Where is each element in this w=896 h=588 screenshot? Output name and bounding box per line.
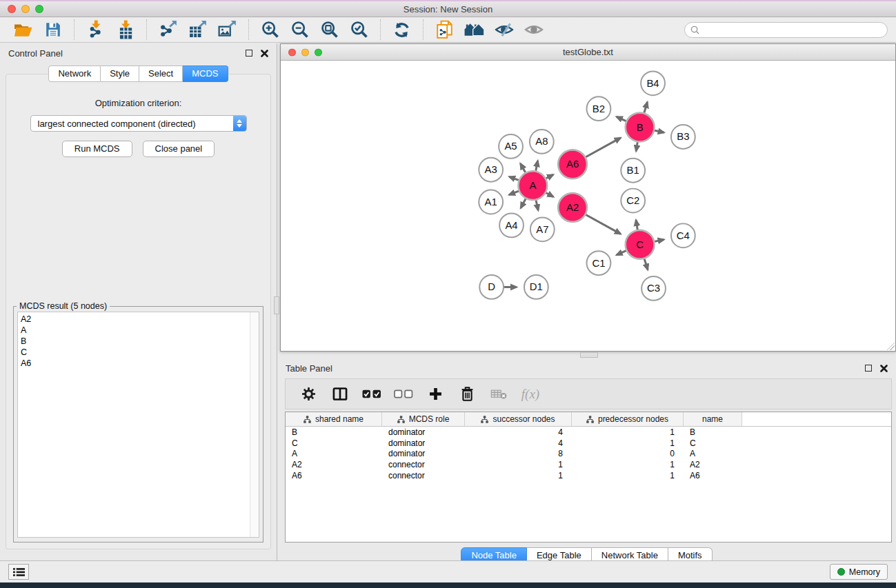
graph-node-A2[interactable]: A2 xyxy=(558,193,587,222)
graph-node-D[interactable]: D xyxy=(479,275,504,299)
network-graph[interactable]: AA1A2A3A4A5A6A7A8BB1B2B3B4CC1C2C3C4DD1 xyxy=(281,61,895,351)
deselect-all-button[interactable] xyxy=(388,381,419,407)
tab-mcds[interactable]: MCDS xyxy=(183,65,228,82)
task-history-button[interactable] xyxy=(8,564,29,580)
table-cell[interactable]: 8 xyxy=(465,449,572,460)
close-network-window-button[interactable] xyxy=(288,48,296,56)
graph-edge[interactable] xyxy=(617,251,626,255)
table-cell[interactable]: 1 xyxy=(572,427,684,438)
graph-edge[interactable] xyxy=(644,259,648,270)
graph-node-D1[interactable]: D1 xyxy=(524,275,548,299)
graph-node-A6[interactable]: A6 xyxy=(558,150,587,179)
graph-edge[interactable] xyxy=(546,193,554,197)
result-list-scrollbar[interactable] xyxy=(250,312,259,537)
table-cell[interactable]: dominator xyxy=(382,449,465,460)
run-mcds-button[interactable]: Run MCDS xyxy=(62,141,132,157)
column-view-button[interactable] xyxy=(324,381,356,407)
table-row[interactable]: Cdominator41C xyxy=(286,438,891,449)
table-cell[interactable]: B xyxy=(684,427,742,438)
table-cell[interactable]: C xyxy=(684,438,742,449)
column-header-MCDS-role[interactable]: MCDS role xyxy=(382,412,465,426)
graph-node-C4[interactable]: C4 xyxy=(671,223,695,247)
table-cell[interactable]: C xyxy=(286,438,382,449)
graph-node-A8[interactable]: A8 xyxy=(530,130,554,154)
delete-columns-button[interactable] xyxy=(451,381,483,407)
graph-node-A[interactable]: A xyxy=(518,171,547,200)
tab-style[interactable]: Style xyxy=(101,65,139,82)
graph-node-B3[interactable]: B3 xyxy=(671,125,695,149)
home-button[interactable] xyxy=(459,19,489,41)
criterion-dropdown[interactable]: largest connected component (directed) xyxy=(30,115,247,132)
refresh-button[interactable] xyxy=(387,19,417,41)
close-window-button[interactable] xyxy=(8,5,16,13)
graph-edge[interactable] xyxy=(520,163,525,172)
column-header-successor-nodes[interactable]: successor nodes xyxy=(465,412,572,426)
window-resize-handle[interactable] xyxy=(886,342,895,350)
table-row[interactable]: Adominator80A xyxy=(286,449,891,460)
maximize-window-button[interactable] xyxy=(35,5,43,13)
table-settings-button[interactable] xyxy=(292,381,324,407)
zoom-out-button[interactable] xyxy=(285,19,315,41)
graph-node-A4[interactable]: A4 xyxy=(499,213,524,237)
close-panel-button[interactable]: Close panel xyxy=(143,141,215,157)
zoom-fit-button[interactable] xyxy=(315,19,344,41)
column-header-predecessor-nodes[interactable]: predecessor nodes xyxy=(572,412,684,426)
graph-node-C1[interactable]: C1 xyxy=(587,251,611,275)
select-all-button[interactable] xyxy=(356,381,388,407)
graph-edge[interactable] xyxy=(521,199,526,207)
table-cell[interactable]: A xyxy=(286,449,382,460)
tab-network[interactable]: Network xyxy=(48,65,101,82)
graph-edge[interactable] xyxy=(586,215,620,234)
graph-node-B[interactable]: B xyxy=(626,113,655,142)
table-cell[interactable]: A2 xyxy=(286,459,382,470)
import-table-button[interactable] xyxy=(110,19,140,41)
birdseye-view-button[interactable] xyxy=(519,19,548,41)
save-session-button[interactable] xyxy=(38,19,68,41)
graph-edge[interactable] xyxy=(536,201,538,211)
vertical-split-handle[interactable] xyxy=(274,296,279,314)
table-cell[interactable]: A xyxy=(684,449,742,460)
mcds-result-list[interactable]: A2ABCA6 xyxy=(17,312,259,538)
export-network-button[interactable] xyxy=(153,19,183,41)
zoom-selected-button[interactable] xyxy=(344,19,374,41)
graph-edge[interactable] xyxy=(644,102,648,113)
table-cell[interactable]: connector xyxy=(382,459,465,470)
maximize-network-window-button[interactable] xyxy=(315,48,322,56)
table-cell[interactable]: 1 xyxy=(465,459,572,470)
graph-edge[interactable] xyxy=(636,142,637,151)
graph-edge[interactable] xyxy=(655,130,664,132)
memory-button[interactable]: Memory xyxy=(830,564,888,580)
graph-node-C3[interactable]: C3 xyxy=(641,276,666,301)
horizontal-split-handle[interactable] xyxy=(580,352,598,358)
minimize-window-button[interactable] xyxy=(21,5,30,13)
close-table-panel-icon[interactable] xyxy=(880,365,888,372)
graph-edge[interactable] xyxy=(617,116,626,121)
table-cell[interactable]: 1 xyxy=(572,438,684,449)
graph-edge[interactable] xyxy=(636,220,637,230)
table-cell[interactable]: 1 xyxy=(465,470,572,481)
add-column-button[interactable] xyxy=(419,381,451,407)
open-session-button[interactable] xyxy=(8,19,38,41)
table-row[interactable]: Bdominator41B xyxy=(286,427,891,438)
graph-node-C2[interactable]: C2 xyxy=(621,189,645,213)
graph-node-A5[interactable]: A5 xyxy=(499,134,523,159)
graph-edge[interactable] xyxy=(655,240,664,242)
network-canvas[interactable]: AA1A2A3A4A5A6A7A8BB1B2B3B4CC1C2C3C4DD1 xyxy=(281,61,895,351)
mcds-result-item[interactable]: A xyxy=(18,325,259,336)
table-cell[interactable]: connector xyxy=(382,470,465,481)
column-header-name[interactable]: name xyxy=(684,412,742,426)
float-panel-icon[interactable] xyxy=(246,50,252,57)
mcds-result-item[interactable]: B xyxy=(18,336,259,347)
graph-node-B4[interactable]: B4 xyxy=(641,71,665,95)
close-panel-icon[interactable] xyxy=(261,50,268,57)
import-network-button[interactable] xyxy=(81,19,110,41)
table-cell[interactable]: A2 xyxy=(684,459,742,470)
mcds-result-item[interactable]: A2 xyxy=(18,314,259,325)
duplicate-network-button[interactable] xyxy=(430,19,459,41)
graph-edge[interactable] xyxy=(586,138,620,157)
mcds-result-item[interactable]: C xyxy=(18,347,259,358)
table-cell[interactable]: B xyxy=(286,427,382,438)
table-cell[interactable]: dominator xyxy=(382,438,465,449)
table-cell[interactable]: A6 xyxy=(684,470,742,481)
graph-node-B1[interactable]: B1 xyxy=(621,159,645,183)
